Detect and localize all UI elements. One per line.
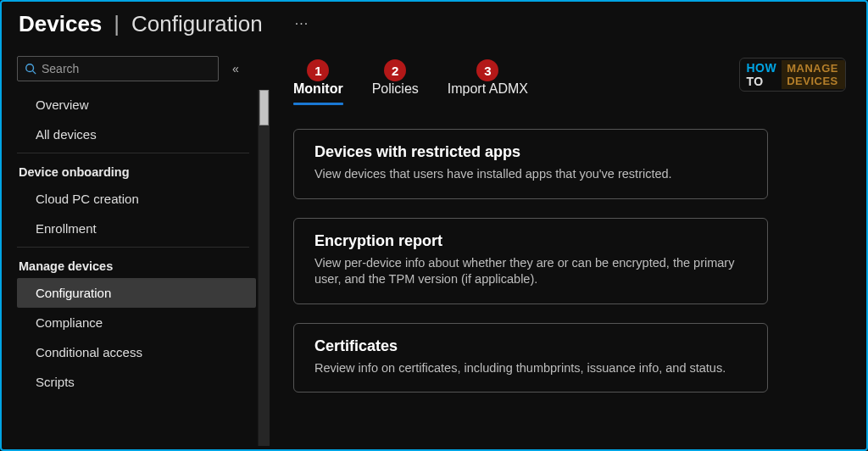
sidebar-item-overview[interactable]: Overview	[17, 90, 256, 120]
card-description: View per-device info about whether they …	[314, 255, 750, 288]
sidebar-divider	[17, 247, 249, 248]
sidebar-item-enrollment[interactable]: Enrollment	[17, 214, 256, 243]
svg-line-1	[33, 71, 36, 75]
sidebar-item-all-devices[interactable]: All devices	[17, 120, 256, 149]
search-icon	[25, 63, 36, 75]
sidebar-group-manage-devices: Manage devices	[17, 251, 256, 278]
card-certificates[interactable]: Certificates Review info on certificates…	[293, 323, 768, 393]
sidebar-item-scripts[interactable]: Scripts	[17, 367, 256, 397]
svg-point-0	[26, 64, 34, 72]
tab-policies[interactable]: 2 Policies	[372, 81, 419, 105]
sidebar-scrollbar-thumb[interactable]	[259, 90, 269, 125]
watermark-text: DEVICES	[787, 75, 838, 86]
watermark-logo: HOW TO MANAGE DEVICES	[739, 58, 847, 92]
annotation-badge: 2	[384, 59, 406, 81]
card-encryption-report[interactable]: Encryption report View per-device info a…	[293, 218, 768, 304]
tab-label: Monitor	[293, 81, 343, 96]
main-content: HOW TO MANAGE DEVICES 1 Monitor 2 Poli	[270, 44, 866, 449]
card-devices-restricted-apps[interactable]: Devices with restricted apps View device…	[293, 129, 768, 199]
watermark-left: HOW TO	[740, 59, 782, 90]
sidebar-item-configuration[interactable]: Configuration	[17, 278, 256, 308]
tab-import-admx[interactable]: 3 Import ADMX	[448, 81, 528, 105]
watermark-text: HOW	[747, 62, 777, 74]
page-title-light: Configuration	[131, 11, 263, 37]
page-header: Devices | Configuration ···	[2, 2, 866, 44]
search-row: Search «	[17, 56, 270, 81]
more-actions-button[interactable]: ···	[295, 16, 309, 31]
page-title-separator: |	[114, 11, 120, 37]
tab-label: Import ADMX	[448, 81, 528, 96]
sidebar-scrollbar[interactable]	[258, 90, 270, 446]
sidebar-divider	[17, 153, 249, 153]
card-title: Devices with restricted apps	[314, 143, 750, 161]
collapse-sidebar-button[interactable]: «	[227, 58, 244, 79]
page-body: Search « Overview All devices Device onb…	[2, 44, 866, 449]
watermark-text: TO	[747, 75, 777, 87]
app-frame: Devices | Configuration ··· Search «	[0, 0, 868, 451]
tab-label: Policies	[372, 81, 419, 96]
page-title-strong: Devices	[19, 11, 102, 37]
annotation-badge: 3	[476, 59, 498, 81]
search-input[interactable]: Search	[17, 56, 219, 81]
sidebar: Search « Overview All devices Device onb…	[2, 44, 270, 449]
sidebar-item-cloud-pc-creation[interactable]: Cloud PC creation	[17, 184, 256, 214]
sidebar-nav: Overview All devices Device onboarding C…	[17, 90, 270, 446]
card-description: View devices that users have installed a…	[314, 166, 750, 183]
sidebar-item-conditional-access[interactable]: Conditional access	[17, 337, 256, 367]
annotation-badge: 1	[307, 59, 329, 81]
search-placeholder: Search	[42, 62, 79, 75]
sidebar-item-compliance[interactable]: Compliance	[17, 308, 256, 337]
sidebar-group-device-onboarding: Device onboarding	[17, 157, 256, 184]
watermark-right: MANAGE DEVICES	[782, 60, 845, 89]
card-title: Certificates	[314, 337, 750, 355]
watermark-text: MANAGE	[787, 63, 838, 74]
tab-monitor[interactable]: 1 Monitor	[293, 81, 343, 105]
card-description: Review info on certificates, including t…	[314, 360, 750, 377]
card-title: Encryption report	[314, 232, 750, 250]
